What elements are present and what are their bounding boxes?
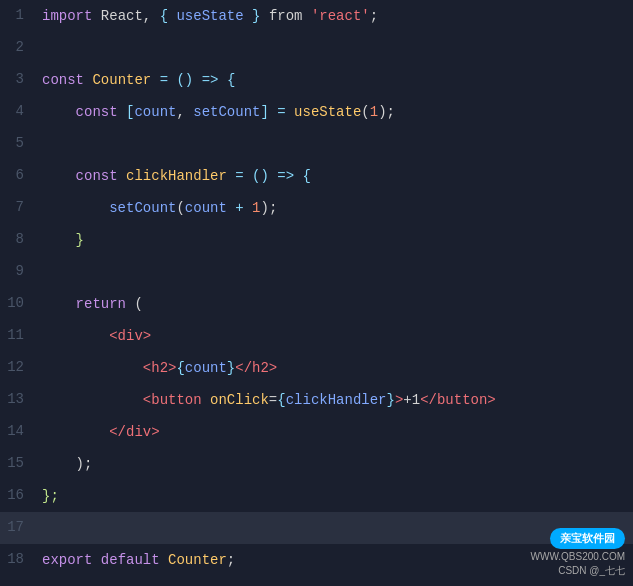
token-plain: [218, 72, 226, 88]
token-plain: React,: [92, 8, 159, 24]
token-jsx-tag: <div>: [109, 328, 151, 344]
line-content: import React, { useState } from 'react';: [42, 0, 633, 32]
token-plain: [286, 104, 294, 120]
line-number: 4: [0, 96, 42, 126]
token-punc: {: [160, 8, 168, 24]
token-punc: (): [176, 72, 193, 88]
code-line: 4 const [count, setCount] = useState(1);: [0, 96, 633, 128]
token-plain: [42, 200, 109, 216]
token-jsx-tag: </div>: [109, 424, 159, 440]
code-line: 16};: [0, 480, 633, 512]
line-content: setCount(count + 1);: [42, 192, 633, 224]
line-number: 17: [0, 512, 42, 542]
token-yellow: Counter: [92, 72, 151, 88]
token-plain: ;: [227, 552, 235, 568]
line-number: 18: [0, 544, 42, 574]
code-line: 13 <button onClick={clickHandler}>+1</bu…: [0, 384, 633, 416]
line-content: }: [42, 224, 633, 256]
line-number: 15: [0, 448, 42, 478]
line-number: 12: [0, 352, 42, 382]
token-fn: clickHandler: [286, 392, 387, 408]
line-content: const Counter = () => {: [42, 64, 633, 96]
token-plain: [118, 104, 126, 120]
token-plain: [202, 392, 210, 408]
token-plain: [244, 168, 252, 184]
token-plain: [42, 360, 143, 376]
token-plain: [193, 72, 201, 88]
token-plain: [42, 392, 143, 408]
line-number: 10: [0, 288, 42, 318]
watermark-badge: 亲宝软件园: [550, 528, 625, 549]
token-kw: const: [42, 72, 84, 88]
token-punc: =: [277, 104, 285, 120]
token-plain: +1: [403, 392, 420, 408]
token-kw: export: [42, 552, 92, 568]
token-plain: );: [42, 456, 92, 472]
token-plain: [118, 168, 126, 184]
token-plain: );: [378, 104, 395, 120]
token-plain: [294, 168, 302, 184]
token-yellow: clickHandler: [126, 168, 227, 184]
line-content: [42, 512, 633, 526]
token-plain: [151, 72, 159, 88]
token-plain: );: [260, 200, 277, 216]
token-arr: =>: [202, 72, 219, 88]
token-kw: import: [42, 8, 92, 24]
code-line: 12 <h2>{count}</h2>: [0, 352, 633, 384]
code-line: 2: [0, 32, 633, 64]
token-plain: (: [126, 296, 143, 312]
token-jsx-tag: </h2>: [235, 360, 277, 376]
line-content: [42, 32, 633, 46]
token-fn: count: [185, 200, 227, 216]
code-line: 5: [0, 128, 633, 160]
token-punc: +: [235, 200, 243, 216]
token-punc: =: [235, 168, 243, 184]
token-fn: count: [134, 104, 176, 120]
token-kw: const: [76, 104, 118, 120]
line-number: 8: [0, 224, 42, 254]
token-plain: [42, 424, 109, 440]
token-fn: setCount: [109, 200, 176, 216]
line-content: <div>: [42, 320, 633, 352]
token-plain: [244, 200, 252, 216]
watermark-csdn: CSDN @_七七: [558, 564, 625, 578]
line-number: 9: [0, 256, 42, 286]
token-punc: {: [176, 360, 184, 376]
token-kw: const: [76, 168, 118, 184]
watermark-url: WWW.QBS200.COM: [531, 551, 625, 562]
line-content: [42, 128, 633, 142]
token-fn: useState: [176, 8, 243, 24]
line-number: 13: [0, 384, 42, 414]
line-number: 14: [0, 416, 42, 446]
watermark: 亲宝软件园 WWW.QBS200.COM CSDN @_七七: [531, 528, 625, 578]
code-line: 14 </div>: [0, 416, 633, 448]
token-jsx-tag: <h2>: [143, 360, 177, 376]
token-plain: [42, 328, 109, 344]
line-number: 5: [0, 128, 42, 158]
line-number: 3: [0, 64, 42, 94]
line-content: const clickHandler = () => {: [42, 160, 633, 192]
token-punc: {: [277, 392, 285, 408]
token-plain: [260, 8, 268, 24]
code-line: 6 const clickHandler = () => {: [0, 160, 633, 192]
code-line: 9: [0, 256, 633, 288]
token-kw: return: [76, 296, 126, 312]
token-punc: =: [160, 72, 168, 88]
code-line: 7 setCount(count + 1);: [0, 192, 633, 224]
line-number: 2: [0, 32, 42, 62]
code-line: 3const Counter = () => {: [0, 64, 633, 96]
line-content: <h2>{count}</h2>: [42, 352, 633, 384]
token-str: 'react': [311, 8, 370, 24]
token-plain: ;: [370, 8, 378, 24]
line-content: </div>: [42, 416, 633, 448]
line-number: 11: [0, 320, 42, 350]
code-line: 11 <div>: [0, 320, 633, 352]
line-content: const [count, setCount] = useState(1);: [42, 96, 633, 128]
token-kw: default: [101, 552, 160, 568]
token-plain: ,: [176, 104, 193, 120]
line-number: 6: [0, 160, 42, 190]
token-plain: [227, 200, 235, 216]
line-content: <button onClick={clickHandler}>+1</butto…: [42, 384, 633, 416]
token-plain: [160, 552, 168, 568]
line-content: };: [42, 480, 633, 512]
